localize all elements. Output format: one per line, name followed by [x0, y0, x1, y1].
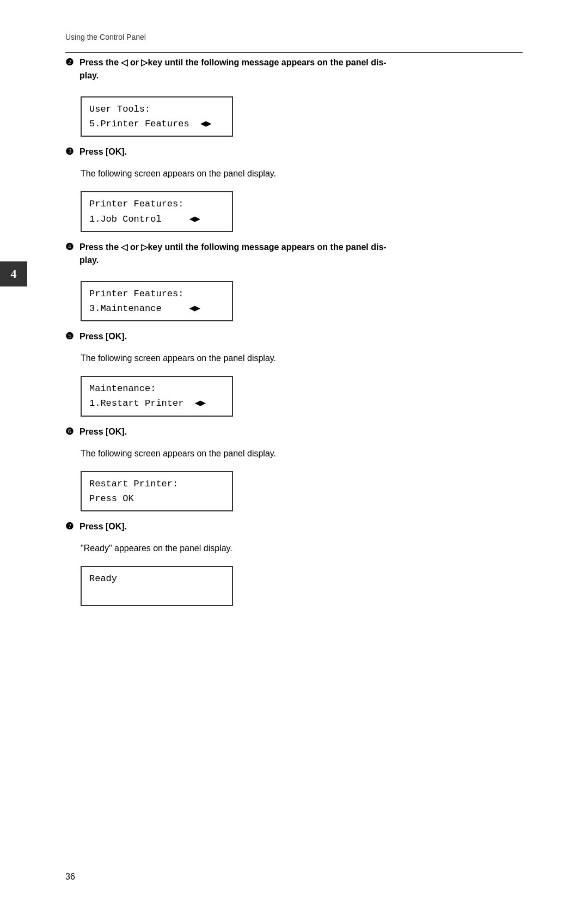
screen-7-line1: Ready — [89, 571, 224, 586]
screen-5: Maintenance: 1.Restart Printer ◀▶ — [81, 376, 233, 416]
chapter-marker: 4 — [0, 261, 27, 286]
step-7-text: Press [OK]. — [79, 520, 127, 533]
screen-4-line1: Printer Features: — [89, 286, 224, 301]
step-6-header: ❻ Press [OK]. — [65, 425, 523, 438]
step-5-number: ❺ — [65, 330, 76, 343]
screen-3: Printer Features: 1.Job Control ◀▶ — [81, 191, 233, 231]
screen-5-line2: 1.Restart Printer ◀▶ — [89, 396, 224, 411]
screen-3-line1: Printer Features: — [89, 197, 224, 211]
step-7: ❼ Press [OK]. "Ready" appeares on the pa… — [65, 520, 523, 615]
step-3-number: ❸ — [65, 145, 76, 158]
step-7-description: "Ready" appeares on the panel display. — [81, 542, 523, 555]
step-2-text: Press the ◁ or ▷key until the following … — [79, 56, 387, 82]
step-4: ❹ Press the ◁ or ▷key until the followin… — [65, 241, 523, 330]
step-6: ❻ Press [OK]. The following screen appea… — [65, 425, 523, 520]
header-rule — [65, 52, 523, 53]
screen-7-line2 — [89, 586, 224, 601]
section-title: Using the Control Panel — [65, 33, 523, 41]
step-6-description: The following screen appears on the pane… — [81, 447, 523, 460]
step-7-header: ❼ Press [OK]. — [65, 520, 523, 533]
step-2: ❷ Press the ◁ or ▷key until the followin… — [65, 56, 523, 145]
screen-2-line1: User Tools: — [89, 102, 224, 117]
step-4-number: ❹ — [65, 241, 76, 254]
step-6-text: Press [OK]. — [79, 425, 127, 438]
screen-7: Ready — [81, 566, 233, 606]
step-4-text: Press the ◁ or ▷key until the following … — [79, 241, 387, 267]
step-4-header: ❹ Press the ◁ or ▷key until the followin… — [65, 241, 523, 267]
step-5-description: The following screen appears on the pane… — [81, 352, 523, 365]
screen-6-line2: Press OK — [89, 491, 224, 506]
step-5: ❺ Press [OK]. The following screen appea… — [65, 330, 523, 425]
step-3: ❸ Press [OK]. The following screen appea… — [65, 145, 523, 240]
step-2-header: ❷ Press the ◁ or ▷key until the followin… — [65, 56, 523, 82]
screen-2-line2: 5.Printer Features ◀▶ — [89, 117, 224, 131]
screen-6-line1: Restart Printer: — [89, 477, 224, 491]
header: Using the Control Panel — [65, 33, 523, 53]
screen-5-line1: Maintenance: — [89, 381, 224, 396]
step-2-number: ❷ — [65, 56, 76, 69]
step-3-text: Press [OK]. — [79, 145, 127, 158]
page-number: 36 — [65, 872, 75, 882]
screen-6: Restart Printer: Press OK — [81, 471, 233, 511]
step-5-header: ❺ Press [OK]. — [65, 330, 523, 343]
step-3-description: The following screen appears on the pane… — [81, 167, 523, 180]
step-6-number: ❻ — [65, 425, 76, 438]
screen-2: User Tools: 5.Printer Features ◀▶ — [81, 96, 233, 137]
screen-4: Printer Features: 3.Maintenance ◀▶ — [81, 281, 233, 321]
screen-4-line2: 3.Maintenance ◀▶ — [89, 301, 224, 316]
screen-3-line2: 1.Job Control ◀▶ — [89, 212, 224, 227]
step-5-text: Press [OK]. — [79, 330, 127, 343]
step-7-number: ❼ — [65, 520, 76, 533]
step-3-header: ❸ Press [OK]. — [65, 145, 523, 158]
page: Using the Control Panel 4 ❷ Press the ◁ … — [0, 0, 588, 909]
